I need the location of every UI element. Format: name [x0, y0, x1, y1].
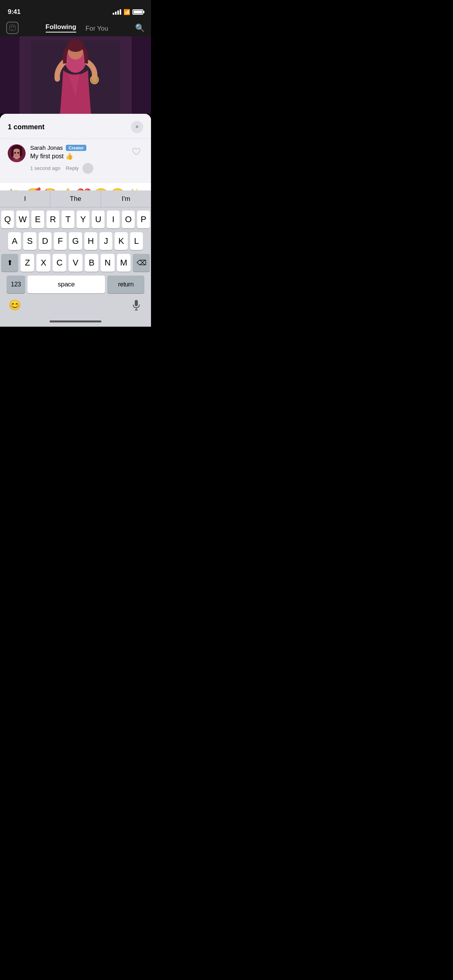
key-z[interactable]: Z: [21, 254, 34, 272]
mic-button[interactable]: [128, 296, 145, 314]
key-row-1: Q W E R T Y U I O P: [1, 211, 150, 228]
predictive-row: I The I'm: [0, 190, 151, 207]
keyboard: I The I'm Q W E R T Y U I O P: [0, 190, 151, 327]
like-button[interactable]: [129, 144, 143, 158]
key-l[interactable]: L: [130, 232, 143, 250]
delete-icon: ⌫: [137, 259, 146, 267]
comment-username[interactable]: Sarah Jonas: [30, 144, 63, 151]
video-content: [0, 36, 151, 114]
key-b[interactable]: B: [85, 254, 98, 272]
key-row-2: A S D F G H J K L: [1, 232, 150, 250]
video-area: [0, 36, 151, 114]
svg-rect-11: [11, 149, 14, 157]
comment-time: 1 second ago: [30, 165, 60, 171]
key-row-3: ⬆ Z X C V B N M ⌫: [1, 254, 150, 272]
reply-button[interactable]: Reply: [66, 165, 79, 171]
comment-text: My first post 👍: [30, 152, 125, 161]
shift-key[interactable]: ⬆: [1, 254, 18, 272]
mic-icon: [132, 299, 141, 311]
predictive-i[interactable]: I: [0, 190, 50, 207]
key-rows: Q W E R T Y U I O P A S D F G H J K: [0, 207, 151, 295]
comment-body: Sarah Jonas Creator My first post 👍 1 se…: [30, 144, 125, 174]
comment-meta: 1 second ago Reply: [30, 163, 125, 174]
svg-point-5: [67, 39, 84, 52]
comments-sheet: 1 comment ×: [0, 114, 151, 327]
keyboard-bottom: 😊: [0, 295, 151, 316]
space-key[interactable]: space: [27, 276, 105, 293]
key-p[interactable]: P: [137, 211, 150, 228]
svg-rect-17: [135, 300, 138, 306]
key-r[interactable]: R: [46, 211, 59, 228]
emoji-keyboard-button[interactable]: 😊: [6, 296, 23, 314]
battery-icon: [132, 9, 143, 15]
key-g[interactable]: G: [69, 232, 82, 250]
key-q[interactable]: Q: [1, 211, 14, 228]
key-o[interactable]: O: [122, 211, 135, 228]
key-u[interactable]: U: [92, 211, 105, 228]
tab-following[interactable]: Following: [46, 23, 76, 33]
key-x[interactable]: X: [36, 254, 50, 272]
key-i[interactable]: I: [107, 211, 120, 228]
svg-point-6: [91, 77, 98, 83]
svg-rect-12: [20, 149, 22, 157]
predictive-im[interactable]: I'm: [101, 190, 151, 207]
key-s[interactable]: S: [23, 232, 36, 250]
key-y[interactable]: Y: [77, 211, 89, 228]
comments-title: 1 comment: [8, 123, 45, 131]
comments-header: 1 comment ×: [0, 114, 151, 139]
shift-icon: ⬆: [7, 259, 13, 267]
home-indicator: [0, 316, 151, 327]
key-m[interactable]: M: [117, 254, 130, 272]
key-d[interactable]: D: [39, 232, 51, 250]
username-row: Sarah Jonas Creator: [30, 144, 125, 151]
key-a[interactable]: A: [8, 232, 21, 250]
predictive-the[interactable]: The: [50, 190, 101, 207]
nav-tabs: Following For You: [46, 23, 108, 33]
key-k[interactable]: K: [115, 232, 127, 250]
tab-for-you[interactable]: For You: [86, 25, 108, 33]
emoji-keyboard-icon: 😊: [9, 299, 21, 311]
face-id-icon: [6, 22, 19, 34]
key-t[interactable]: T: [62, 211, 74, 228]
numbers-key[interactable]: 123: [7, 276, 25, 293]
close-button[interactable]: ×: [131, 121, 143, 133]
status-icons: 📶: [113, 9, 143, 15]
delete-key[interactable]: ⌫: [133, 254, 150, 272]
key-row-4: 123 space return: [1, 276, 150, 293]
key-e[interactable]: E: [31, 211, 44, 228]
creator-badge: Creator: [66, 145, 86, 151]
avatar: [8, 144, 26, 162]
nav-bar: Following For You 🔍: [0, 19, 151, 36]
reply-tap-circle: [82, 163, 93, 174]
svg-point-13: [14, 152, 16, 154]
key-f[interactable]: F: [54, 232, 67, 250]
key-j[interactable]: J: [100, 232, 112, 250]
key-c[interactable]: C: [53, 254, 66, 272]
comment-item: Sarah Jonas Creator My first post 👍 1 se…: [0, 139, 151, 179]
wifi-icon: 📶: [124, 9, 130, 15]
svg-point-14: [17, 152, 19, 154]
status-bar: 9:41 📶: [0, 0, 151, 19]
key-v[interactable]: V: [69, 254, 82, 272]
signal-icon: [113, 9, 121, 15]
search-icon[interactable]: 🔍: [135, 23, 145, 33]
key-n[interactable]: N: [101, 254, 114, 272]
home-bar: [50, 320, 101, 322]
key-w[interactable]: W: [16, 211, 29, 228]
status-time: 9:41: [8, 8, 21, 16]
key-h[interactable]: H: [84, 232, 97, 250]
return-key[interactable]: return: [107, 276, 144, 293]
